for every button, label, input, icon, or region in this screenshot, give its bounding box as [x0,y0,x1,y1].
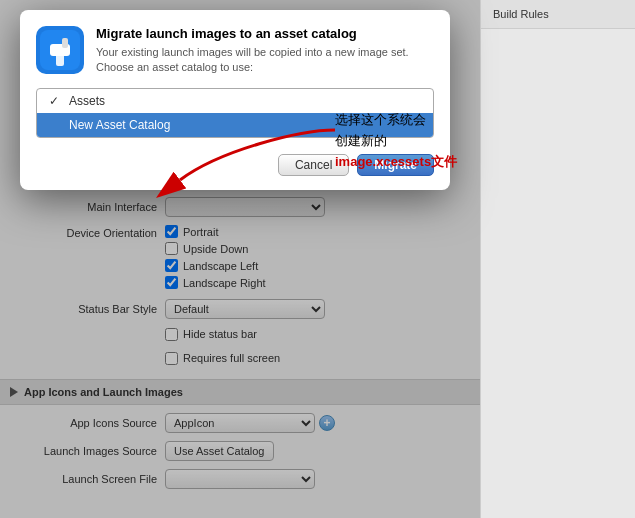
modal-title: Migrate launch images to an asset catalo… [96,26,434,41]
dropdown-item-assets-label: Assets [69,94,105,108]
cancel-button[interactable]: Cancel [278,154,349,176]
migrate-modal: Migrate launch images to an asset catalo… [20,10,450,190]
right-panel: Build Rules [480,0,635,518]
dropdown-item-new-catalog[interactable]: New Asset Catalog [37,113,433,137]
modal-subtitle: Your existing launch images will be copi… [96,45,434,76]
checkmark-icon: ✓ [49,94,63,108]
migrate-button[interactable]: Migrate [357,154,434,176]
modal-dropdown-area: ✓ Assets New Asset Catalog [20,88,450,146]
dropdown-item-assets[interactable]: ✓ Assets [37,89,433,113]
dropdown-item-new-catalog-label: New Asset Catalog [69,118,170,132]
build-rules-header: Build Rules [481,0,635,29]
modal-buttons: Cancel Migrate [20,146,450,190]
modal-header: Migrate launch images to an asset catalo… [20,10,450,88]
modal-title-area: Migrate launch images to an asset catalo… [96,26,434,76]
xcode-icon [36,26,84,74]
svg-rect-4 [62,38,68,48]
dropdown-list: ✓ Assets New Asset Catalog [36,88,434,138]
